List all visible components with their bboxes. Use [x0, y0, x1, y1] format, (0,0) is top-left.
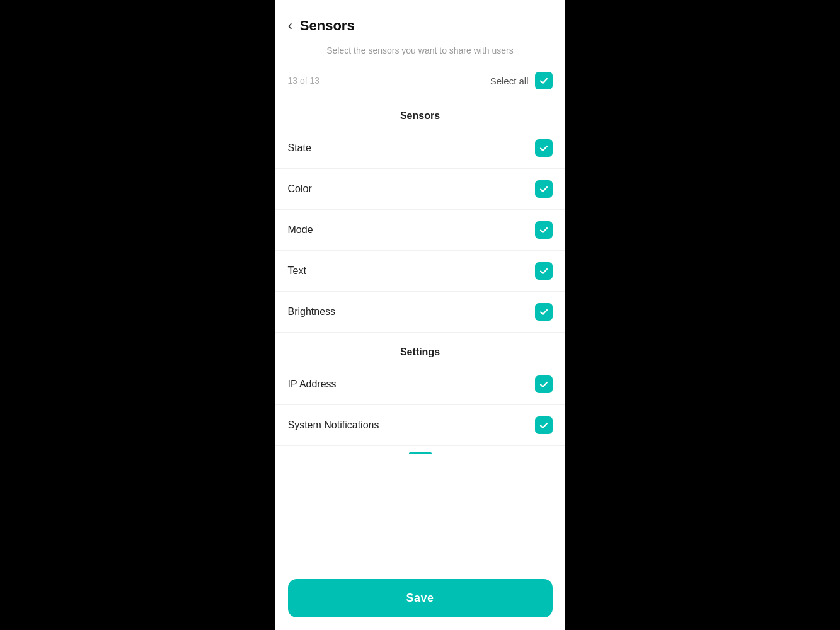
checkbox-text[interactable] — [535, 262, 553, 280]
scroll-area[interactable]: Sensors State Color Mode — [275, 96, 565, 571]
checkbox-brightness[interactable] — [535, 303, 553, 321]
sensor-row-brightness: Brightness — [275, 292, 565, 333]
sensor-label-brightness: Brightness — [288, 306, 336, 318]
scroll-indicator — [275, 446, 565, 457]
sensor-row-ip-address: IP Address — [275, 364, 565, 405]
select-all-right: Select all — [490, 72, 553, 89]
scroll-bar — [409, 452, 432, 454]
checkbox-color[interactable] — [535, 180, 553, 198]
sensor-label-mode: Mode — [288, 224, 313, 236]
sensor-row-system-notifications: System Notifications — [275, 405, 565, 446]
select-all-label: Select all — [490, 76, 529, 86]
checkbox-state[interactable] — [535, 139, 553, 157]
page-subtitle: Select the sensors you want to share wit… — [275, 42, 565, 66]
save-btn-wrapper: Save — [275, 571, 565, 630]
sensor-label-color: Color — [288, 183, 312, 195]
page-title: Sensors — [300, 18, 355, 34]
sensor-label-text: Text — [288, 265, 306, 277]
save-button[interactable]: Save — [288, 579, 553, 617]
phone-panel: ‹ Sensors Select the sensors you want to… — [275, 0, 565, 630]
checkbox-system-notifications[interactable] — [535, 416, 553, 434]
sensor-row-color: Color — [275, 169, 565, 210]
sensor-row-text: Text — [275, 251, 565, 292]
back-button[interactable]: ‹ — [288, 19, 292, 33]
section-title-settings: Settings — [275, 333, 565, 364]
select-all-checkbox[interactable] — [535, 72, 553, 89]
select-all-row: 13 of 13 Select all — [275, 66, 565, 96]
sensor-label-ip-address: IP Address — [288, 379, 337, 390]
checkbox-ip-address[interactable] — [535, 375, 553, 393]
sensor-label-state: State — [288, 142, 311, 154]
sensor-row-mode: Mode — [275, 210, 565, 251]
header: ‹ Sensors — [275, 0, 565, 42]
sensor-row-state: State — [275, 128, 565, 169]
count-label: 13 of 13 — [288, 76, 320, 86]
sensor-label-system-notifications: System Notifications — [288, 420, 379, 431]
checkbox-mode[interactable] — [535, 221, 553, 239]
section-title-sensors: Sensors — [275, 96, 565, 128]
